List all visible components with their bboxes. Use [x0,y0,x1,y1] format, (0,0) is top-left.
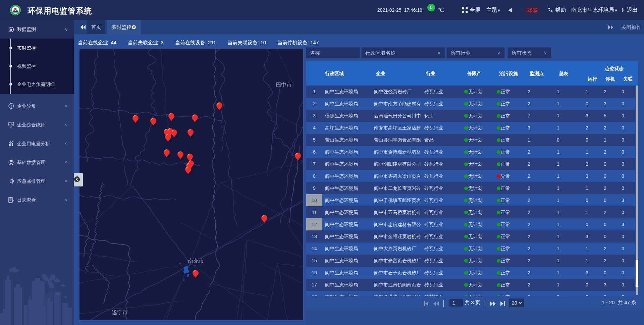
svg-text:巴中市: 巴中市 [276,82,292,88]
svg-text:南充市: 南充市 [188,258,204,264]
svg-text:遂宁市: 遂宁市 [112,310,128,315]
